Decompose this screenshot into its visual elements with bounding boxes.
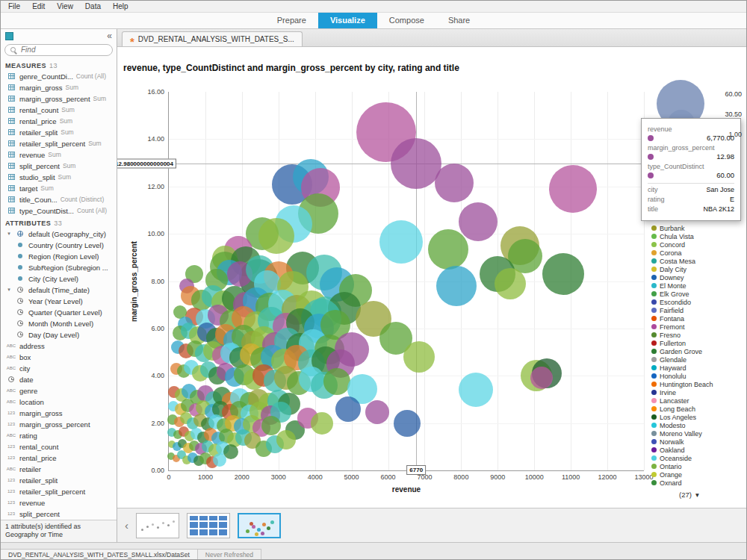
legend-item[interactable]: Daly City: [651, 265, 713, 273]
tab-compose[interactable]: Compose: [377, 13, 436, 28]
attribute-item[interactable]: City (City Level): [1, 273, 117, 284]
measure-item[interactable]: rental_countSum: [1, 105, 117, 116]
measure-item[interactable]: rental_priceSum: [1, 116, 117, 127]
measure-item[interactable]: studio_splitSum: [1, 172, 117, 183]
visualization-thumbnail-trend[interactable]: [136, 513, 179, 538]
data-bubble[interactable]: [213, 453, 226, 467]
menu-view[interactable]: View: [51, 1, 79, 11]
data-bubble[interactable]: [495, 268, 526, 299]
data-bubble[interactable]: [335, 396, 361, 422]
tab-visualize[interactable]: Visualize: [318, 13, 377, 28]
menu-file[interactable]: File: [2, 1, 26, 11]
attribute-item[interactable]: ABClocation: [1, 396, 117, 408]
attribute-item[interactable]: ABCaddress: [1, 340, 117, 352]
legend-item[interactable]: Ontario: [651, 462, 713, 470]
menu-edit[interactable]: Edit: [26, 1, 51, 11]
attribute-item[interactable]: 123margin_gross_percent: [1, 419, 117, 430]
legend-more-button[interactable]: (27) ▾: [679, 491, 699, 499]
legend-item[interactable]: Elk Grove: [651, 290, 713, 298]
legend-item[interactable]: Burbank: [651, 224, 713, 232]
legend-item[interactable]: Long Beach: [651, 405, 713, 413]
measure-item[interactable]: type_CountDist...Count (All): [1, 205, 117, 217]
document-tab[interactable]: * DVD_RENTAL_ANALYSIS_WITH_DATES_S...: [122, 31, 303, 46]
data-bubble[interactable]: [459, 373, 493, 407]
find-box[interactable]: [4, 44, 113, 56]
data-bubble[interactable]: [435, 164, 474, 202]
data-bubble[interactable]: [459, 202, 498, 241]
attribute-item[interactable]: Country (Country Level): [1, 240, 117, 251]
legend-item[interactable]: Costa Mesa: [651, 257, 713, 265]
measure-item[interactable]: margin_gross_percentSum: [1, 93, 117, 105]
attribute-item[interactable]: ▾default (Geography_city): [1, 228, 117, 240]
legend-item[interactable]: El Monte: [651, 281, 713, 290]
legend-item[interactable]: Fontana: [651, 314, 713, 323]
attribute-item[interactable]: 123retailer_split: [1, 475, 117, 486]
find-input[interactable]: [19, 45, 107, 55]
dataset-status-tab[interactable]: DVD_RENTAL_ANALYSIS_WITH_DATES_SMALL.xls…: [1, 549, 198, 559]
legend-item[interactable]: Oxnard: [651, 479, 713, 487]
legend-item[interactable]: Irvine: [651, 388, 713, 396]
data-bubble[interactable]: [323, 368, 350, 395]
collapse-panel-icon[interactable]: «: [107, 31, 112, 40]
measure-item[interactable]: retailer_split_percentSum: [1, 138, 117, 149]
legend-item[interactable]: Lancaster: [651, 396, 713, 405]
data-bubble[interactable]: [403, 341, 435, 373]
attribute-item[interactable]: ABCbox: [1, 352, 117, 363]
attribute-item[interactable]: ABCcity: [1, 363, 117, 374]
measure-item[interactable]: genre_CountDi...Count (All): [1, 71, 117, 82]
visualization-thumbnail-heatmap[interactable]: [187, 513, 230, 538]
data-bubble[interactable]: [542, 253, 584, 295]
attributes-section-header[interactable]: ATTRIBUTES33: [1, 217, 117, 228]
data-bubble[interactable]: [391, 138, 441, 189]
tree-expand-icon[interactable]: ▾: [6, 231, 12, 237]
legend-item[interactable]: Downey: [651, 273, 713, 281]
legend-item[interactable]: Los Angeles: [651, 413, 713, 421]
legend-item[interactable]: Hayward: [651, 364, 713, 372]
attribute-item[interactable]: 123rental_count: [1, 441, 117, 452]
measures-section-header[interactable]: MEASURES13: [1, 59, 117, 71]
data-bubble[interactable]: [436, 266, 477, 306]
legend-item[interactable]: Garden Grove: [651, 347, 713, 355]
plot-area[interactable]: margin_gross_percent revenue 01000200030…: [168, 92, 644, 471]
legend-item[interactable]: Corona: [651, 249, 713, 257]
legend-item[interactable]: Chula Vista: [651, 232, 713, 240]
data-bubble[interactable]: [258, 218, 294, 254]
tree-expand-icon[interactable]: ▾: [6, 287, 12, 293]
legend-item[interactable]: Oakland: [651, 446, 713, 454]
attribute-item[interactable]: 123revenue: [1, 497, 117, 508]
attribute-item[interactable]: Quarter (Quarter Level): [1, 307, 117, 318]
attribute-item[interactable]: Day (Day Level): [1, 329, 117, 340]
legend-item[interactable]: Oceanside: [651, 454, 713, 462]
attribute-item[interactable]: SubRegion (Subregion ...: [1, 262, 117, 273]
legend-item[interactable]: Fullerton: [651, 339, 713, 347]
measure-item[interactable]: title_Coun...Count (Distinct): [1, 194, 117, 205]
attribute-item[interactable]: ABCrating: [1, 430, 117, 441]
measure-item[interactable]: retailer_splitSum: [1, 127, 117, 138]
gallery-prev-icon[interactable]: ‹: [125, 519, 128, 532]
attribute-item[interactable]: ▾default (Time_date): [1, 284, 117, 296]
menu-data[interactable]: Data: [79, 1, 107, 11]
data-bubble[interactable]: [394, 410, 421, 437]
data-bubble[interactable]: [365, 400, 389, 424]
legend-item[interactable]: Huntington Beach: [651, 380, 713, 388]
attribute-item[interactable]: 123margin_gross: [1, 408, 117, 419]
attribute-item[interactable]: Year (Year Level): [1, 296, 117, 307]
legend-item[interactable]: Escondido: [651, 298, 713, 306]
measure-item[interactable]: targetSum: [1, 183, 117, 194]
data-bubble[interactable]: [311, 412, 333, 435]
legend-item[interactable]: Orange: [651, 470, 713, 479]
visualization-thumbnail-scatter[interactable]: [238, 513, 281, 538]
legend-item[interactable]: Moreno Valley: [651, 429, 713, 438]
legend-item[interactable]: Glendale: [651, 355, 713, 364]
data-bubble[interactable]: [379, 220, 423, 264]
legend-item[interactable]: Norwalk: [651, 438, 713, 446]
legend-item[interactable]: Honolulu: [651, 372, 713, 380]
attribute-item[interactable]: 123retailer_split_percent: [1, 486, 117, 497]
measure-item[interactable]: split_percentSum: [1, 161, 117, 172]
tab-share[interactable]: Share: [436, 13, 482, 28]
attribute-item[interactable]: Month (Month Level): [1, 318, 117, 329]
legend-item[interactable]: Fremont: [651, 323, 713, 331]
attribute-item[interactable]: ABCretailer: [1, 464, 117, 475]
measure-item[interactable]: revenueSum: [1, 149, 117, 161]
legend-item[interactable]: Fairfield: [651, 306, 713, 314]
